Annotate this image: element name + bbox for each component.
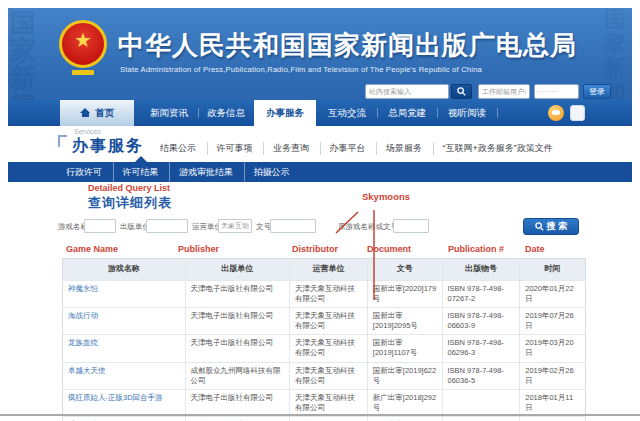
nav-item-interaction[interactable]: 互动交流	[318, 100, 376, 126]
services-link-platform[interactable]: 办事平台	[320, 142, 366, 155]
document-cell: 新广出审[2017]10532号	[368, 417, 443, 421]
national-emblem-icon: ★	[56, 20, 110, 80]
results-subnav: 行政许可 许可结果 游戏审批结果 拍摄公示	[8, 162, 632, 182]
document-cell: 新广出审[2018]292号	[368, 390, 443, 416]
publisher-cell: 天津电子出版社有限公司	[186, 281, 291, 307]
site-search-input[interactable]	[365, 84, 449, 99]
distributor-cell: 天津天象互动科技有限公司	[290, 363, 368, 389]
content-area: Services 办事服务 结果公示 许可事项 业务查询 办事平台 场景服务 “…	[8, 126, 632, 414]
nav-item-party-building[interactable]: 总局党建	[378, 100, 436, 126]
services-link-results[interactable]: 结果公示	[160, 142, 196, 155]
nav-item-audiovisual[interactable]: 视听阅读	[438, 100, 496, 126]
table-header-row: 游戏名称 出版单位 运营单位 文号 出版物号 时间	[63, 259, 585, 281]
publication-cell: ISBN 978-7-498-06036-5	[443, 363, 521, 389]
table-row: 海战行动 天津电子出版社有限公司 天津天象互动科技有限公司 国新出审[2019]…	[63, 308, 585, 335]
publication-cell: ISBN 978-7-498-06296-3	[443, 335, 521, 361]
services-link-internet-policy[interactable]: “互联网+政务服务”政策文件	[433, 142, 553, 155]
page-title: 查询详细列表	[88, 194, 172, 212]
game-name-link[interactable]: 卓越大天使	[63, 363, 186, 389]
services-link-business-query[interactable]: 业务查询	[263, 142, 309, 155]
annotation-detailed-query-list: Detailed Query List	[88, 183, 170, 193]
game-name-link[interactable]: 海战行动	[63, 308, 186, 334]
game-name-link[interactable]: 龙族血统	[63, 335, 186, 361]
search-icon	[535, 222, 544, 231]
date-cell: 2017年12月27日	[520, 417, 585, 421]
table-row: 卓越大天使 成都股众九州网络科技有限公司 天津天象互动科技有限公司 国新出审[2…	[63, 363, 585, 390]
document-cell: 国新出审[2019]1107号	[368, 335, 443, 361]
game-name-link[interactable]: 神魔永恒	[63, 281, 186, 307]
search-button[interactable]: 搜 索	[523, 218, 579, 235]
services-label-en: Services	[74, 128, 101, 135]
date-cell: 2019年07月26日	[520, 308, 585, 334]
publisher-cell: 成都股众九州网络科技有限公司	[186, 363, 291, 389]
login-button[interactable]: 登录	[583, 84, 611, 99]
chat-bubble-icon[interactable]	[548, 105, 564, 121]
distributor-cell: 天津天象互动科技有限公司	[290, 390, 368, 416]
results-table: 游戏名称 出版单位 运营单位 文号 出版物号 时间 神魔永恒 天津电子出版社有限…	[62, 258, 586, 421]
password-input[interactable]	[534, 84, 579, 99]
work-mailbox-input[interactable]	[478, 84, 530, 99]
col-header-game-name: 游戏名称	[63, 259, 186, 280]
annotation-skymoons: Skymoons	[362, 191, 410, 202]
nav-item-services-active[interactable]: 办事服务	[254, 100, 316, 126]
subnav-filming-announcement[interactable]: 拍摄公示	[244, 162, 290, 182]
distributor-cell: 天津天象互动科技有限公司	[290, 417, 368, 421]
page-frame: 国家新闻出版广电总局 国家新闻出版广电总局 ★ 中华人民共和国国家新闻出版广电总…	[0, 0, 640, 421]
col-header-date: 时间	[520, 259, 585, 280]
document-cell: 国新出审[2020]179号	[368, 281, 443, 307]
services-links: 结果公示 许可事项 业务查询 办事平台 场景服务 “互联网+政务服务”政策文件	[160, 142, 553, 155]
publisher-cell: 天津电子出版社有限公司	[186, 335, 291, 361]
annotation-publisher: Publisher	[178, 244, 219, 254]
publication-cell	[443, 417, 521, 421]
subnav-game-approval-results[interactable]: 游戏审批结果	[169, 162, 233, 182]
nav-divider	[497, 108, 498, 118]
document-cell: 国新出审[2019]2095号	[368, 308, 443, 334]
corner-bracket-decoration	[58, 135, 67, 147]
home-icon	[80, 108, 91, 117]
mail-icon[interactable]	[570, 105, 585, 121]
col-header-distributor: 运营单位	[290, 259, 368, 280]
query-form: 游戏名称: 出版单位: 运营单位: 文号: 原游戏名称或文号: 搜 索	[8, 218, 632, 240]
services-link-permits[interactable]: 许可事项	[207, 142, 253, 155]
distributor-cell: 天津天象互动科技有限公司	[290, 281, 368, 307]
document-number-input[interactable]	[270, 219, 316, 233]
services-link-scenario[interactable]: 场景服务	[376, 142, 422, 155]
game-name-link[interactable]: 疯狂原始人-正版3D回合手游	[63, 390, 186, 416]
distributor-cell: 天津天象互动科技有限公司	[290, 308, 368, 334]
game-name-link[interactable]: 重磅突袭	[63, 417, 186, 421]
col-header-document: 文号	[368, 259, 443, 280]
table-row: 疯狂原始人-正版3D回合手游 天津电子出版社有限公司 天津天象互动科技有限公司 …	[63, 390, 585, 417]
nav-item-gov-info[interactable]: 政务信息	[198, 100, 254, 126]
agency-subtitle: State Administration of Press,Publicatio…	[120, 65, 482, 74]
original-name-label: 原游戏名称或文号:	[338, 222, 400, 232]
subnav-admin-permit[interactable]: 行政许可	[66, 162, 102, 182]
table-row: 龙族血统 天津电子出版社有限公司 天津天象互动科技有限公司 国新出审[2019]…	[63, 335, 585, 362]
nav-home-label: 首页	[95, 107, 114, 118]
publication-cell	[443, 390, 521, 416]
search-icon	[457, 87, 466, 96]
publisher-cell: 天津电子出版社有限公司	[186, 308, 291, 334]
distributor-cell: 天津天象互动科技有限公司	[290, 335, 368, 361]
nav-item-news[interactable]: 新闻资讯	[140, 100, 198, 126]
col-header-publisher: 出版单位	[186, 259, 291, 280]
publication-cell: ISBN 978-7-498-06603-9	[443, 308, 521, 334]
publisher-input[interactable]	[146, 219, 188, 233]
publication-cell: ISBN 978-7-498-07267-2	[443, 281, 521, 307]
bottom-border	[0, 414, 640, 416]
date-cell: 2020年01月22日	[520, 281, 585, 307]
annotation-date: Date	[525, 244, 545, 254]
site-search-button[interactable]	[451, 84, 472, 99]
subnav-permit-results[interactable]: 许可结果	[113, 162, 159, 182]
agency-title: 中华人民共和国国家新闻出版广电总局	[118, 28, 577, 63]
annotation-game-name: Game Name	[66, 244, 118, 254]
annotation-distributor: Distributor	[292, 244, 338, 254]
col-header-publication: 出版物号	[443, 259, 521, 280]
original-name-input[interactable]	[393, 219, 429, 233]
game-name-input[interactable]	[84, 219, 116, 233]
date-cell: 2019年02月26日	[520, 363, 585, 389]
main-nav: 首页 新闻资讯 政务信息 办事服务 互动交流 总局党建 视听阅读	[8, 100, 632, 126]
distributor-input[interactable]	[218, 219, 252, 233]
nav-item-home[interactable]: 首页	[60, 100, 134, 126]
publisher-cell: 天津电子出版社有限公司	[186, 390, 291, 416]
date-cell: 2018年01月11日	[520, 390, 585, 416]
